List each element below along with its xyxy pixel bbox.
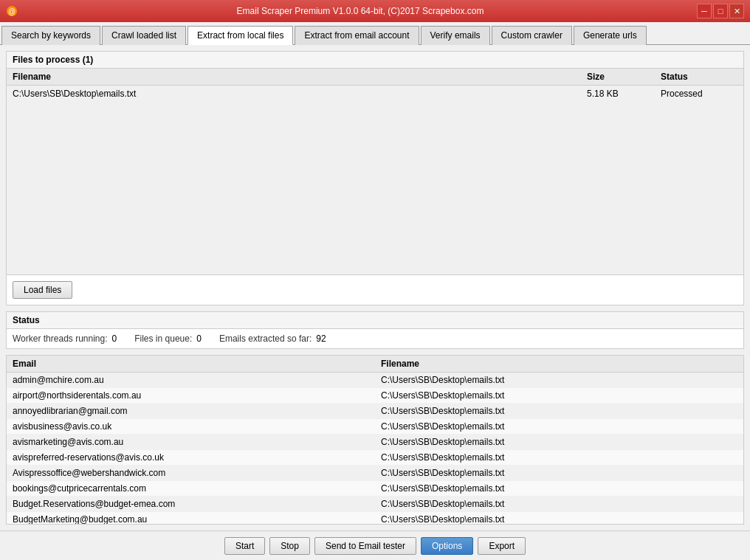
cell-status: Processed — [655, 86, 743, 103]
tab-crawl-loaded-list[interactable]: Crawl loaded list — [102, 26, 186, 45]
table-row[interactable]: C:\Users\SB\Desktop\emails.txt 5.18 KB P… — [7, 86, 743, 103]
files-table-container[interactable]: Filename Size Status C:\Users\SB\Desktop… — [6, 69, 744, 275]
cell-email: BudgetMarketing@budget.com.au — [7, 512, 375, 525]
cell-filename: C:\Users\SB\Desktop\emails.txt — [375, 404, 743, 419]
cell-filename: C:\Users\SB\Desktop\emails.txt — [375, 435, 743, 450]
cell-email: Avispressoffice@webershandwick.com — [7, 466, 375, 481]
minimize-button[interactable]: ─ — [697, 4, 712, 18]
col-header-size: Size — [581, 69, 655, 86]
cell-filename: C:\Users\SB\Desktop\emails.txt — [375, 373, 743, 388]
cell-email: avispreferred-reservations@avis.co.uk — [7, 450, 375, 466]
files-in-queue-value: 0 — [196, 333, 202, 344]
tab-bar: Search by keywords Crawl loaded list Ext… — [0, 22, 750, 45]
worker-threads-item: Worker threads running: 0 — [13, 333, 117, 344]
cell-filename: C:\Users\SB\Desktop\emails.txt — [375, 512, 743, 525]
tab-custom-crawler[interactable]: Custom crawler — [492, 26, 572, 45]
col-header-filename: Filename — [7, 69, 581, 86]
list-item[interactable]: Budget.Reservations@budget-emea.com C:\U… — [7, 497, 743, 512]
status-row: Worker threads running: 0 Files in queue… — [7, 329, 743, 348]
files-in-queue-item: Files in queue: 0 — [134, 333, 202, 344]
cell-email: annoyedlibrarian@gmail.com — [7, 404, 375, 419]
status-section-header: Status — [7, 312, 743, 329]
results-table-container[interactable]: Email Filename admin@mchire.com.au C:\Us… — [6, 355, 744, 525]
cell-filename: C:\Users\SB\Desktop\emails.txt — [375, 450, 743, 466]
cell-email: airport@northsiderentals.com.au — [7, 388, 375, 404]
results-table: Email Filename admin@mchire.com.au C:\Us… — [7, 356, 743, 525]
title-bar: @ Email Scraper Premium V1.0.0 64-bit, (… — [0, 0, 750, 22]
tab-verify-emails[interactable]: Verify emails — [421, 26, 490, 45]
files-in-queue-label: Files in queue: — [134, 333, 192, 344]
send-to-email-tester-button[interactable]: Send to Email tester — [314, 537, 416, 555]
cell-filename: C:\Users\SB\Desktop\emails.txt — [7, 86, 581, 103]
cell-email: admin@mchire.com.au — [7, 373, 375, 388]
cell-filename: C:\Users\SB\Desktop\emails.txt — [375, 481, 743, 497]
col-header-email: Email — [7, 356, 375, 373]
cell-filename: C:\Users\SB\Desktop\emails.txt — [375, 497, 743, 512]
svg-text:@: @ — [8, 7, 16, 15]
files-section-header: Files to process (1) — [6, 51, 744, 69]
col-header-filename-results: Filename — [375, 356, 743, 373]
maximize-button[interactable]: □ — [713, 4, 728, 18]
list-item[interactable]: avispreferred-reservations@avis.co.uk C:… — [7, 450, 743, 466]
bottom-toolbar: Start Stop Send to Email tester Options … — [0, 530, 750, 560]
emails-extracted-label: Emails extracted so far: — [219, 333, 312, 344]
col-header-status: Status — [655, 69, 743, 86]
status-section: Status Worker threads running: 0 Files i… — [6, 311, 744, 349]
tab-extract-from-email-account[interactable]: Extract from email account — [295, 26, 419, 45]
worker-threads-label: Worker threads running: — [13, 333, 108, 344]
app-window: @ Email Scraper Premium V1.0.0 64-bit, (… — [0, 0, 750, 560]
close-button[interactable]: ✕ — [729, 4, 744, 18]
cell-email: Budget.Reservations@budget-emea.com — [7, 497, 375, 512]
cell-email: avismarketing@avis.com.au — [7, 435, 375, 450]
window-controls: ─ □ ✕ — [697, 4, 744, 18]
stop-button[interactable]: Stop — [269, 537, 310, 555]
cell-size: 5.18 KB — [581, 86, 655, 103]
emails-extracted-value: 92 — [316, 333, 326, 344]
load-files-row: Load files — [6, 275, 744, 305]
cell-filename: C:\Users\SB\Desktop\emails.txt — [375, 388, 743, 404]
worker-threads-value: 0 — [112, 333, 117, 344]
list-item[interactable]: Avispressoffice@webershandwick.com C:\Us… — [7, 466, 743, 481]
cell-filename: C:\Users\SB\Desktop\emails.txt — [375, 466, 743, 481]
tab-generate-urls[interactable]: Generate urls — [574, 26, 647, 45]
list-item[interactable]: admin@mchire.com.au C:\Users\SB\Desktop\… — [7, 373, 743, 388]
list-item[interactable]: bookings@cutpricecarrentals.com C:\Users… — [7, 481, 743, 497]
cell-filename: C:\Users\SB\Desktop\emails.txt — [375, 419, 743, 435]
window-title: Email Scraper Premium V1.0.0 64-bit, (C)… — [24, 6, 697, 16]
tab-search-by-keywords[interactable]: Search by keywords — [1, 26, 100, 45]
cell-email: avisbusiness@avis.co.uk — [7, 419, 375, 435]
tab-extract-from-local-files[interactable]: Extract from local files — [188, 26, 293, 45]
start-button[interactable]: Start — [224, 537, 265, 555]
list-item[interactable]: annoyedlibrarian@gmail.com C:\Users\SB\D… — [7, 404, 743, 419]
list-item[interactable]: avismarketing@avis.com.au C:\Users\SB\De… — [7, 435, 743, 450]
files-table: Filename Size Status C:\Users\SB\Desktop… — [7, 69, 743, 103]
emails-extracted-item: Emails extracted so far: 92 — [219, 333, 326, 344]
cell-email: bookings@cutpricecarrentals.com — [7, 481, 375, 497]
export-button[interactable]: Export — [478, 537, 526, 555]
app-icon: @ — [6, 5, 18, 17]
list-item[interactable]: airport@northsiderentals.com.au C:\Users… — [7, 388, 743, 404]
list-item[interactable]: avisbusiness@avis.co.uk C:\Users\SB\Desk… — [7, 419, 743, 435]
load-files-button[interactable]: Load files — [13, 281, 72, 299]
list-item[interactable]: BudgetMarketing@budget.com.au C:\Users\S… — [7, 512, 743, 525]
options-button[interactable]: Options — [421, 537, 473, 555]
content-area: Files to process (1) Filename Size Statu… — [0, 45, 750, 560]
